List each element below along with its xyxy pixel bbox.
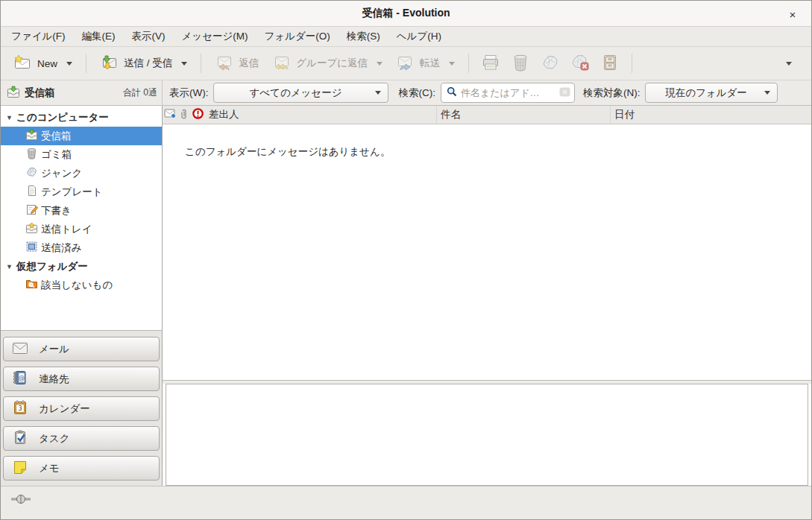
- clear-search-icon[interactable]: [559, 87, 570, 99]
- menu-search[interactable]: 検索(S): [339, 27, 388, 46]
- toolbar-overflow-button[interactable]: [781, 57, 805, 70]
- trash-icon: [511, 54, 530, 74]
- print-button[interactable]: [476, 49, 506, 78]
- expander-icon[interactable]: ▼: [6, 114, 16, 121]
- new-button[interactable]: New: [7, 50, 79, 77]
- junk-icon: [541, 54, 560, 74]
- junk-button[interactable]: [535, 49, 565, 78]
- folder-title: 受信箱: [25, 86, 55, 100]
- inbox-icon: [25, 129, 38, 143]
- sidebar-item-junk[interactable]: ジャンク: [1, 164, 162, 183]
- contacts-icon: @: [12, 370, 28, 387]
- menu-help[interactable]: ヘルプ(H): [388, 27, 450, 46]
- switcher-contacts-button[interactable]: @ 連絡先: [3, 367, 160, 391]
- sidebar-item-outbox[interactable]: 送信トレイ: [1, 220, 162, 238]
- scope-label: 検索対象(N):: [583, 86, 641, 100]
- switcher-label: タスク: [39, 432, 69, 446]
- new-mail-icon: [13, 54, 31, 73]
- menu-edit[interactable]: 編集(E): [74, 27, 124, 46]
- print-icon: [481, 54, 500, 74]
- menu-view[interactable]: 表示(V): [124, 27, 174, 46]
- send-receive-button[interactable]: 送信 / 受信: [93, 50, 194, 77]
- new-dropdown-arrow[interactable]: [66, 62, 72, 66]
- show-filter-value: すべてのメッセージ: [221, 86, 370, 100]
- toolbar: New 送信 / 受信: [1, 47, 811, 80]
- column-date[interactable]: 日付: [611, 106, 811, 124]
- group-reply-button[interactable]: グループに返信: [265, 50, 389, 77]
- mail-icon: [12, 342, 28, 357]
- sent-icon: [25, 241, 38, 255]
- body: ▼ このコンピューター 受信箱: [1, 106, 811, 486]
- menu-message[interactable]: メッセージ(M): [174, 27, 256, 46]
- reply-button[interactable]: 返信: [208, 50, 265, 77]
- template-icon: [25, 185, 38, 199]
- message-area: 差出人 件名 日付 このフォルダーにメッセージはありません。: [163, 106, 811, 486]
- toolbar-separator: [86, 54, 86, 73]
- toolbar-separator: [468, 54, 469, 73]
- search-box[interactable]: [441, 83, 575, 103]
- sidebar-item-trash[interactable]: ゴミ箱: [1, 145, 162, 164]
- online-status-icon[interactable]: [10, 496, 33, 507]
- sidebar-item-label: 送信トレイ: [41, 223, 92, 236]
- column-from-label: 差出人: [209, 108, 239, 121]
- not-junk-button[interactable]: [565, 49, 595, 78]
- reply-label: 返信: [239, 57, 259, 70]
- column-status[interactable]: [163, 106, 177, 124]
- statusbar: [1, 486, 811, 519]
- tasks-icon: [12, 430, 28, 447]
- sidebar-item-unmatched[interactable]: 該当しないもの: [1, 276, 162, 294]
- svg-text:@: @: [19, 375, 25, 381]
- calendar-icon: 3: [12, 400, 28, 417]
- priority-icon: [192, 108, 204, 121]
- search-input[interactable]: [461, 87, 559, 98]
- show-filter-dropdown[interactable]: すべてのメッセージ: [213, 83, 388, 103]
- sidebar-item-inbox[interactable]: 受信箱: [1, 127, 162, 145]
- overflow-arrow-icon: [786, 62, 792, 66]
- chevron-down-icon: [375, 91, 381, 95]
- trash-button[interactable]: [506, 49, 535, 78]
- switcher-label: 連絡先: [39, 372, 69, 386]
- close-button[interactable]: ×: [784, 6, 801, 22]
- group-reply-icon: [272, 54, 290, 73]
- switcher-mail-button[interactable]: メール: [3, 337, 160, 361]
- send-receive-dropdown-arrow[interactable]: [181, 62, 187, 66]
- toolbar-separator: [201, 54, 201, 73]
- switcher-memos-button[interactable]: メモ: [3, 456, 160, 481]
- expander-icon[interactable]: ▼: [6, 263, 16, 270]
- junk-icon: [25, 166, 38, 180]
- memos-icon: [12, 460, 28, 477]
- inbox-icon: [7, 86, 20, 101]
- column-priority[interactable]: [191, 106, 205, 124]
- sidebar: ▼ このコンピューター 受信箱: [1, 106, 163, 486]
- send-receive-label: 送信 / 受信: [124, 57, 172, 70]
- empty-folder-message: このフォルダーにメッセージはありません。: [185, 146, 390, 157]
- tree-group-this-computer[interactable]: ▼ このコンピューター: [1, 108, 162, 127]
- menu-folder[interactable]: フォルダー(O): [256, 27, 339, 46]
- switcher-tasks-button[interactable]: タスク: [3, 426, 160, 451]
- sidebar-item-label: 下書き: [41, 204, 72, 218]
- sidebar-item-templates[interactable]: テンプレート: [1, 183, 162, 201]
- sidebar-item-sent[interactable]: 送信済み: [1, 238, 162, 257]
- sidebar-item-label: 該当しないもの: [41, 279, 113, 292]
- column-attachment[interactable]: [177, 106, 191, 124]
- group-reply-dropdown-arrow[interactable]: [377, 62, 383, 66]
- forward-button[interactable]: 転送: [389, 50, 462, 77]
- filterbar: 受信箱 合計 0通 表示(W): すべてのメッセージ 検索(C):: [1, 80, 811, 106]
- search-scope-dropdown[interactable]: 現在のフォルダー: [645, 83, 778, 103]
- attachment-icon: [180, 108, 188, 122]
- message-status-icon: [164, 109, 176, 121]
- sidebar-item-drafts[interactable]: 下書き: [1, 201, 162, 220]
- archive-button[interactable]: [595, 49, 625, 78]
- message-list[interactable]: このフォルダーにメッセージはありません。: [163, 124, 811, 380]
- search-folder-icon: [25, 278, 38, 292]
- switcher-label: カレンダー: [39, 402, 90, 416]
- column-from[interactable]: 差出人: [205, 106, 437, 124]
- forward-dropdown-arrow[interactable]: [449, 62, 455, 66]
- reply-icon: [215, 54, 233, 73]
- menubar: ファイル(F) 編集(E) 表示(V) メッセージ(M) フォルダー(O) 検索…: [1, 27, 811, 47]
- tree-group-search-folders[interactable]: ▼ 仮想フォルダー: [1, 257, 162, 276]
- column-subject[interactable]: 件名: [437, 106, 611, 124]
- switcher-calendar-button[interactable]: 3 カレンダー: [3, 396, 160, 421]
- archive-icon: [600, 54, 620, 74]
- menu-file[interactable]: ファイル(F): [3, 27, 74, 46]
